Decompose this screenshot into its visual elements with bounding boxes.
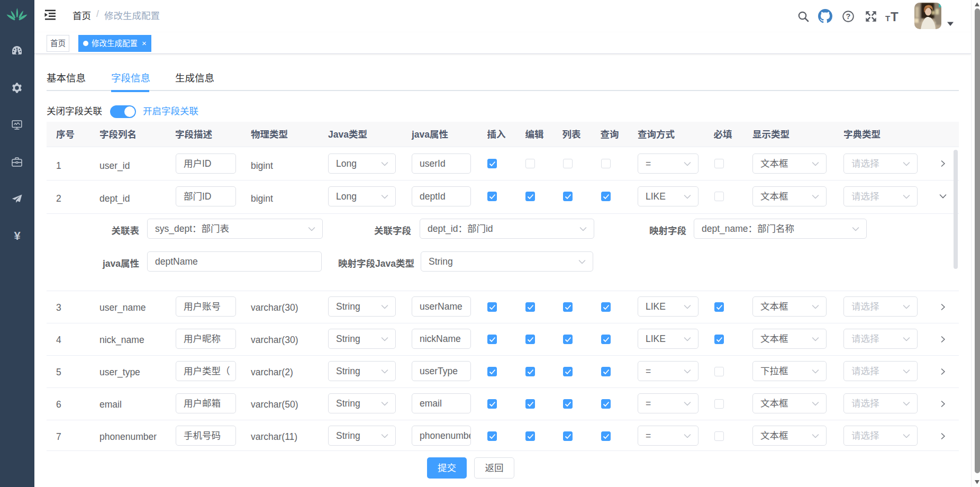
svg-text:T: T: [885, 14, 890, 23]
svg-text:T: T: [891, 10, 899, 23]
svg-text:?: ?: [846, 12, 851, 21]
